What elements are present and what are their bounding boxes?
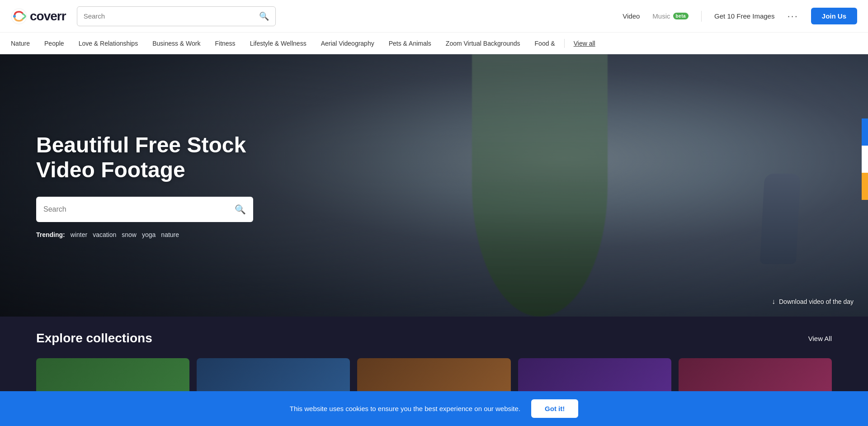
trending-yoga[interactable]: yoga — [142, 231, 156, 238]
cookie-text: This website uses cookies to ensure you … — [290, 405, 520, 412]
download-icon: ↓ — [772, 298, 775, 306]
subnav-food[interactable]: Food & — [528, 40, 562, 47]
subnav-business-work[interactable]: Business & Work — [145, 40, 208, 47]
subnav-aerial-videography[interactable]: Aerial Videography — [314, 40, 382, 47]
more-button[interactable]: ··· — [787, 11, 798, 21]
trending-label: Trending: — [36, 231, 65, 238]
svg-point-1 — [13, 15, 16, 18]
hero-content: Beautiful Free Stock Video Footage 🔍 Tre… — [0, 54, 868, 317]
music-nav-container: Music beta — [652, 12, 689, 20]
subnav-pets-animals[interactable]: Pets & Animals — [382, 40, 439, 47]
subnav-fitness[interactable]: Fitness — [208, 40, 243, 47]
music-nav-link[interactable]: Music — [652, 12, 670, 20]
trending-winter[interactable]: winter — [71, 231, 87, 238]
video-nav-link[interactable]: Video — [623, 12, 640, 20]
header-separator — [701, 11, 702, 22]
trending-nature[interactable]: nature — [161, 231, 179, 238]
hero-title: Beautiful Free Stock Video Footage — [36, 133, 271, 182]
download-label: Download video of the day — [779, 298, 854, 305]
subnav-people[interactable]: People — [37, 40, 71, 47]
explore-title: Explore collections — [36, 331, 152, 346]
header-search-bar[interactable]: 🔍 — [77, 6, 276, 26]
subnav-zoom-backgrounds[interactable]: Zoom Virtual Backgrounds — [439, 40, 528, 47]
subnav-love-relationships[interactable]: Love & Relationships — [71, 40, 146, 47]
explore-header: Explore collections View All — [36, 331, 832, 346]
got-it-button[interactable]: Got it! — [531, 399, 578, 418]
side-tab-white[interactable] — [862, 146, 868, 173]
download-video-of-day[interactable]: ↓ Download video of the day — [772, 298, 854, 306]
trending-snow[interactable]: snow — [122, 231, 137, 238]
header-search-icon: 🔍 — [259, 11, 269, 21]
side-tab-blue[interactable] — [862, 118, 868, 146]
trending-vacation[interactable]: vacation — [93, 231, 116, 238]
beta-badge: beta — [673, 13, 689, 19]
header: coverr 🔍 Video Music beta Get 10 Free Im… — [0, 0, 868, 33]
subnav-nature[interactable]: Nature — [11, 40, 37, 47]
hero-search-icon: 🔍 — [235, 204, 246, 215]
subnav-separator — [564, 39, 565, 48]
join-us-button[interactable]: Join Us — [811, 8, 857, 24]
free-images-link[interactable]: Get 10 Free Images — [714, 12, 774, 20]
header-search-input[interactable] — [84, 12, 259, 20]
hero-search-bar[interactable]: 🔍 — [36, 197, 253, 222]
subnav-lifestyle-wellness[interactable]: Lifestyle & Wellness — [243, 40, 314, 47]
side-tabs — [862, 118, 868, 200]
logo[interactable]: coverr — [11, 8, 66, 24]
hero-search-input[interactable] — [43, 205, 235, 213]
logo-icon — [11, 8, 27, 24]
subnav-view-all[interactable]: View all — [566, 40, 603, 47]
logo-text: coverr — [30, 9, 66, 24]
cookie-banner: This website uses cookies to ensure you … — [0, 391, 868, 421]
trending-section: Trending: winter vacation snow yoga natu… — [36, 231, 832, 238]
hero-section: Beautiful Free Stock Video Footage 🔍 Tre… — [0, 54, 868, 317]
sub-navigation: Nature People Love & Relationships Busin… — [0, 33, 868, 54]
side-tab-yellow[interactable] — [862, 173, 868, 200]
header-right: Video Music beta Get 10 Free Images ··· … — [623, 8, 857, 24]
explore-view-all[interactable]: View All — [808, 335, 832, 342]
